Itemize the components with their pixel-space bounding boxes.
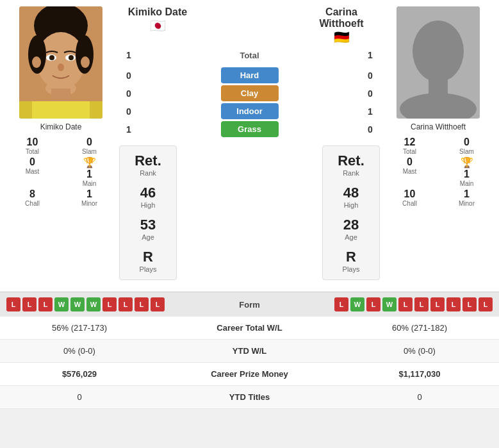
right-mast-value: 0 xyxy=(407,156,413,168)
center-column: Kimiko Date 🇯🇵 Carina Witthoeft 🇩🇪 1 Tot… xyxy=(115,6,384,280)
svg-point-3 xyxy=(28,35,46,74)
left-mast-label: Mast xyxy=(26,168,40,175)
total-label: Total xyxy=(138,51,361,60)
stats-label-3: YTD Titles xyxy=(179,392,320,402)
right-minor-cell: 1 Minor xyxy=(441,188,493,207)
form-badge-l: L xyxy=(6,297,20,311)
left-rank-row: Ret. Rank xyxy=(135,153,161,177)
surface-right-score-hard: 0 xyxy=(361,71,380,81)
right-slam-value: 0 xyxy=(464,137,470,148)
surface-right-score-indoor: 1 xyxy=(361,106,380,117)
surface-btn-grass[interactable]: Grass xyxy=(221,121,279,137)
stats-left-value-2: $576,029 xyxy=(9,369,150,379)
form-section: LLLWWWLLLL Form LWLWLLLLLL xyxy=(0,292,499,317)
surface-rows: 0Hard00Clay00Indoor11Grass0 xyxy=(119,65,380,139)
left-flag: 🇯🇵 xyxy=(150,18,166,33)
left-main-label: Main xyxy=(83,180,97,187)
svg-point-9 xyxy=(49,55,54,60)
form-badge-l: L xyxy=(430,297,445,311)
surface-row-grass: 1Grass0 xyxy=(119,121,380,137)
right-chall-cell: 10 Chall xyxy=(384,188,436,207)
right-chall-label: Chall xyxy=(402,200,417,207)
right-flag: 🇩🇪 xyxy=(334,29,350,45)
stats-left-value-0: 56% (217-173) xyxy=(9,323,150,333)
left-minor-cell: 1 Minor xyxy=(63,188,115,207)
left-main-value: 1 xyxy=(86,169,92,180)
right-total-cell: 12 Total xyxy=(384,137,436,155)
surface-btn-hard[interactable]: Hard xyxy=(221,67,279,83)
right-high-label: High xyxy=(344,201,359,209)
left-mast-value: 0 xyxy=(29,156,35,168)
stats-left-value-3: 0 xyxy=(9,392,150,402)
left-trophy-icon: 🏆 xyxy=(83,156,96,169)
left-chall-label: Chall xyxy=(25,200,40,207)
right-total-score: 1 xyxy=(361,50,380,60)
stats-rows-container: 56% (217-173)Career Total W/L60% (271-18… xyxy=(0,317,499,409)
left-plays-label: Plays xyxy=(140,265,157,273)
main-container: Kimiko Date 10 Total 0 Slam 0 Mast 🏆 1 xyxy=(0,0,499,409)
right-player-col: Carina Witthoeft 12 Total 0 Slam 0 Mast … xyxy=(384,6,493,280)
left-chall-cell: 8 Chall xyxy=(6,188,58,207)
left-minor-value: 1 xyxy=(86,188,92,200)
right-total-value: 12 xyxy=(404,137,416,148)
right-mast-cell: 0 Mast xyxy=(384,156,436,187)
left-total-cell: 10 Total xyxy=(6,137,58,155)
svg-point-11 xyxy=(58,63,64,71)
left-high-value: 46 xyxy=(140,185,156,201)
form-badge-l: L xyxy=(22,297,37,311)
form-badge-l: L xyxy=(479,297,493,311)
left-center-stats-box: Ret. Rank 46 High 53 Age R Plays xyxy=(119,145,177,280)
svg-point-10 xyxy=(69,55,74,60)
right-main-value: 1 xyxy=(464,169,470,180)
form-badge-l: L xyxy=(366,297,380,311)
surface-row-hard: 0Hard0 xyxy=(119,67,380,83)
stats-row-2: $576,029Career Prize Money$1,117,030 xyxy=(0,363,499,386)
right-mast-label: Mast xyxy=(403,168,417,175)
svg-rect-15 xyxy=(32,101,90,119)
right-trophy-cell: 🏆 1 Main xyxy=(441,156,493,187)
right-total-label: Total xyxy=(403,148,416,155)
surface-btn-clay[interactable]: Clay xyxy=(221,85,279,101)
form-badge-l: L xyxy=(119,297,133,311)
form-badge-l: L xyxy=(398,297,413,311)
surface-row-indoor: 0Indoor1 xyxy=(119,103,380,119)
left-chall-value: 8 xyxy=(29,188,35,200)
right-player-stats: 12 Total 0 Slam 0 Mast 🏆 1 Main 10 xyxy=(384,137,493,207)
form-badge-w: W xyxy=(86,297,101,311)
stats-label-0: Career Total W/L xyxy=(179,323,320,333)
stats-label-2: Career Prize Money xyxy=(179,369,320,379)
right-player-name: Carina Witthoeft xyxy=(411,122,466,131)
form-label: Form xyxy=(239,300,260,310)
right-age-label: Age xyxy=(345,233,357,241)
form-badge-l: L xyxy=(151,297,165,311)
left-plays-value: R xyxy=(143,249,153,265)
right-slam-cell: 0 Slam xyxy=(441,137,493,155)
left-player-photo xyxy=(19,6,102,119)
right-plays-label: Plays xyxy=(343,265,360,273)
surface-left-score-hard: 0 xyxy=(119,71,138,81)
left-form-badges: LLLWWWLLLL xyxy=(6,297,165,311)
right-minor-value: 1 xyxy=(464,188,470,200)
left-rank-value: Ret. xyxy=(135,153,161,169)
form-badge-l: L xyxy=(446,297,461,311)
right-rank-label: Rank xyxy=(343,169,359,177)
form-badge-l: L xyxy=(334,297,348,311)
left-total-value: 10 xyxy=(27,137,38,148)
right-main-label: Main xyxy=(460,180,474,187)
left-slam-cell: 0 Slam xyxy=(63,137,115,155)
stats-right-value-2: $1,117,030 xyxy=(349,369,490,379)
right-plays-value: R xyxy=(346,249,356,265)
form-badge-w: W xyxy=(382,297,397,311)
surface-right-score-grass: 0 xyxy=(361,124,380,135)
right-rank-value: Ret. xyxy=(338,153,364,169)
form-badge-l: L xyxy=(38,297,53,311)
right-form-badges: LWLWLLLLLL xyxy=(334,297,493,311)
surface-btn-indoor[interactable]: Indoor xyxy=(221,103,279,119)
stats-row-1: 0% (0-0)YTD W/L0% (0-0) xyxy=(0,340,499,363)
left-player-stats: 10 Total 0 Slam 0 Mast 🏆 1 Main 8 xyxy=(6,137,115,207)
stats-label-1: YTD W/L xyxy=(179,346,320,356)
surface-left-score-indoor: 0 xyxy=(119,106,138,117)
left-high-row: 46 High xyxy=(140,185,156,209)
right-center-stats-box: Ret. Rank 48 High 28 Age R Plays xyxy=(322,145,380,280)
form-badge-w: W xyxy=(70,297,85,311)
